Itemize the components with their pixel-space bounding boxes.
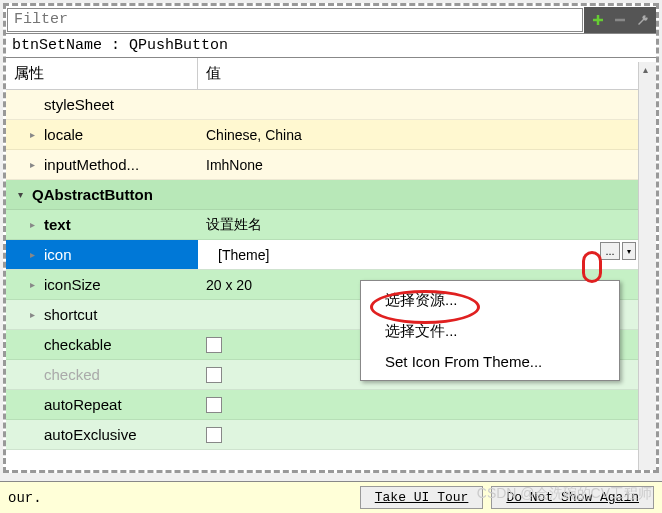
property-cell[interactable]: autoRepeat (6, 390, 198, 419)
property-name: locale (44, 126, 83, 143)
bottom-text: our. (8, 490, 352, 506)
chevron-right-icon[interactable]: ▸ (24, 307, 40, 323)
value-cell[interactable]: Chinese, China (198, 120, 656, 149)
value-text: 设置姓名 (206, 216, 262, 234)
filter-bar (6, 6, 656, 34)
icon-context-menu: 选择资源... 选择文件... Set Icon From Theme... (360, 280, 620, 381)
chevron-right-icon[interactable]: ▸ (24, 157, 40, 173)
property-name: autoExclusive (44, 426, 137, 443)
value-editor[interactable]: [Theme] (198, 240, 656, 269)
menu-set-icon-theme[interactable]: Set Icon From Theme... (361, 347, 619, 376)
property-name: inputMethod... (44, 156, 139, 173)
property-name: autoRepeat (44, 396, 122, 413)
filter-input[interactable] (7, 8, 583, 32)
chevron-right-icon[interactable]: ▸ (24, 247, 40, 263)
value-cell[interactable]: 设置姓名 (198, 210, 656, 239)
chevron-down-icon[interactable]: ▾ (12, 187, 28, 203)
property-cell[interactable]: styleSheet (6, 90, 198, 119)
property-name: QAbstractButton (32, 186, 153, 203)
value-text: Chinese, China (206, 127, 302, 143)
property-cell[interactable]: ▸locale (6, 120, 198, 149)
property-cell[interactable]: ▸iconSize (6, 270, 198, 299)
property-cell[interactable]: ▾QAbstractButton (6, 180, 198, 209)
object-label: btnSetName : QPushButton (6, 34, 656, 58)
checkbox[interactable] (206, 397, 222, 413)
group-row[interactable]: ▾QAbstractButton (6, 180, 656, 210)
property-row[interactable]: autoExclusive (6, 420, 656, 450)
property-editor-panel: btnSetName : QPushButton 属性 值 styleSheet… (3, 3, 659, 473)
value-text: 20 x 20 (206, 277, 252, 293)
wrench-icon[interactable] (632, 10, 652, 30)
chevron-right-icon[interactable]: ▸ (24, 277, 40, 293)
property-cell[interactable]: checkable (6, 330, 198, 359)
take-tour-button[interactable]: Take UI Tour (360, 486, 484, 509)
menu-choose-file[interactable]: 选择文件... (361, 316, 619, 347)
property-name: iconSize (44, 276, 101, 293)
property-row[interactable]: ▸icon[Theme]...▾↶ (6, 240, 656, 270)
header-property[interactable]: 属性 (6, 58, 198, 89)
add-icon[interactable] (588, 10, 608, 30)
column-headers: 属性 值 (6, 58, 656, 90)
value-cell[interactable]: [Theme]...▾↶ (198, 240, 656, 269)
checkbox[interactable] (206, 337, 222, 353)
property-cell[interactable]: ▸shortcut (6, 300, 198, 329)
property-name: shortcut (44, 306, 97, 323)
property-cell[interactable]: ▸inputMethod... (6, 150, 198, 179)
property-cell[interactable]: ▸text (6, 210, 198, 239)
property-row[interactable]: styleSheet (6, 90, 656, 120)
chevron-right-icon[interactable]: ▸ (24, 127, 40, 143)
value-cell[interactable] (198, 420, 656, 449)
property-rows-region: styleSheet▸localeChinese, China▸inputMet… (6, 90, 656, 450)
property-row[interactable]: ▸inputMethod...ImhNone (6, 150, 656, 180)
property-name: styleSheet (44, 96, 114, 113)
property-row[interactable]: ▸text设置姓名 (6, 210, 656, 240)
chevron-right-icon[interactable]: ▸ (24, 217, 40, 233)
checkbox[interactable] (206, 427, 222, 443)
minus-icon[interactable] (610, 10, 630, 30)
property-row[interactable]: ▸localeChinese, China (6, 120, 656, 150)
property-name: checkable (44, 336, 112, 353)
vertical-scrollbar[interactable] (638, 62, 656, 470)
property-name: text (44, 216, 71, 233)
property-cell[interactable]: autoExclusive (6, 420, 198, 449)
property-cell[interactable]: checked (6, 360, 198, 389)
value-cell[interactable] (198, 90, 656, 119)
property-name: icon (44, 246, 72, 263)
header-value[interactable]: 值 (198, 58, 656, 89)
filter-toolbar (584, 7, 656, 33)
property-cell[interactable]: ▸icon (6, 240, 198, 269)
property-name: checked (44, 366, 100, 383)
browse-button[interactable]: ... (600, 242, 620, 260)
value-cell[interactable]: ImhNone (198, 150, 656, 179)
value-text: ImhNone (206, 157, 263, 173)
menu-choose-resource[interactable]: 选择资源... (361, 285, 619, 316)
property-row[interactable]: autoRepeat (6, 390, 656, 420)
dropdown-button[interactable]: ▾ (622, 242, 636, 260)
value-cell[interactable] (198, 390, 656, 419)
checkbox (206, 367, 222, 383)
watermark-text: CSDN @会洗碗的CV工程师 (477, 485, 652, 503)
